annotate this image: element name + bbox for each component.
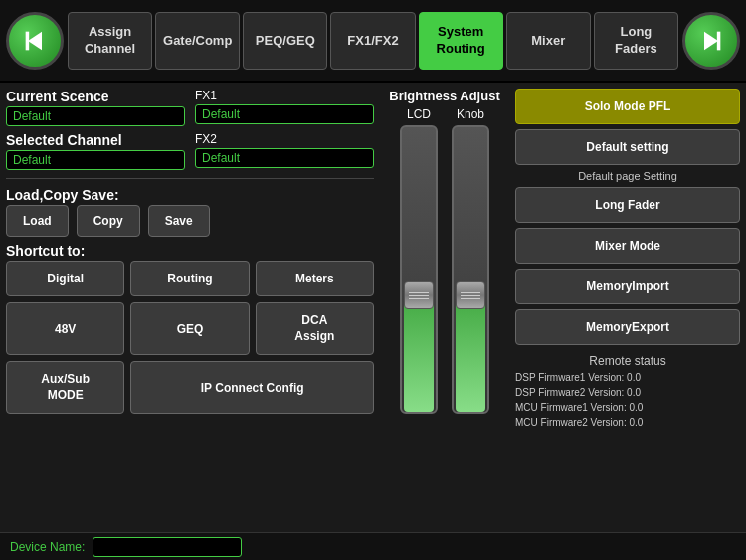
svg-rect-3 bbox=[717, 31, 721, 50]
lcd-label: LCD bbox=[407, 107, 431, 121]
knob-slider-thumb bbox=[456, 281, 485, 309]
dsp-firmware1: DSP Firmware1 Version: 0.0 bbox=[515, 370, 740, 385]
current-scene-section: Current Scence Default FX1 Default bbox=[6, 89, 374, 126]
brightness-panel: Brightness Adjust LCD Knob bbox=[380, 89, 509, 554]
fx2-value: Default bbox=[195, 148, 374, 168]
brightness-title: Brightness Adjust bbox=[389, 89, 499, 103]
main-content: Current Scence Default FX1 Default Selec… bbox=[0, 83, 746, 560]
48v-button[interactable]: 48V bbox=[6, 302, 124, 355]
memory-import-button[interactable]: MemoryImport bbox=[515, 269, 740, 304]
knob-slider-group: Knob bbox=[452, 107, 489, 414]
selected-channel-value: Default bbox=[6, 150, 185, 170]
memory-export-button[interactable]: MemoryExport bbox=[515, 309, 740, 345]
bottom-bar: Device Name: bbox=[0, 532, 746, 560]
mcu-firmware1: MCU Firmware1 Version: 0.0 bbox=[515, 400, 740, 415]
lcd-slider-thumb bbox=[404, 281, 434, 309]
tab-fx1-fx2[interactable]: FX1/FX2 bbox=[330, 12, 415, 70]
shortcut-title: Shortcut to: bbox=[6, 243, 374, 259]
ip-connect-config-button[interactable]: IP Connect Config bbox=[130, 361, 374, 414]
default-setting-button[interactable]: Default setting bbox=[515, 129, 740, 165]
tab-peq-geq[interactable]: PEQ/GEQ bbox=[243, 12, 327, 70]
svg-marker-0 bbox=[28, 31, 42, 50]
device-name-input[interactable] bbox=[93, 537, 242, 557]
load-copy-save-row: Load Copy Save bbox=[6, 205, 374, 237]
selected-channel-title: Selected Channel bbox=[6, 132, 185, 148]
copy-button[interactable]: Copy bbox=[77, 205, 140, 237]
load-copy-save-section: Load,Copy Save: Load Copy Save bbox=[6, 187, 374, 237]
mcu-firmware2: MCU Firmware2 Version: 0.0 bbox=[515, 415, 740, 430]
current-scene-group: Current Scence Default bbox=[6, 89, 185, 126]
svg-rect-1 bbox=[26, 31, 30, 50]
shortcut-grid: Digital Routing Meters 48V GEQ DCA Assig… bbox=[6, 261, 374, 414]
dsp-firmware2: DSP Firmware2 Version: 0.0 bbox=[515, 385, 740, 400]
divider-1 bbox=[6, 178, 374, 179]
fx2-group: FX2 Default bbox=[195, 132, 374, 168]
mixer-mode-button[interactable]: Mixer Mode bbox=[515, 228, 740, 264]
fx1-label: FX1 bbox=[195, 89, 374, 102]
dca-assign-button[interactable]: DCA Assign bbox=[256, 302, 374, 355]
knob-slider[interactable] bbox=[452, 125, 489, 414]
device-name-label: Device Name: bbox=[10, 540, 85, 554]
lcd-slider-group: LCD bbox=[400, 107, 438, 414]
lcd-slider[interactable] bbox=[400, 125, 438, 414]
tab-long-faders[interactable]: Long Faders bbox=[594, 12, 678, 70]
long-fader-button[interactable]: Long Fader bbox=[515, 187, 740, 223]
tab-gate-comp[interactable]: Gate/Comp bbox=[155, 12, 240, 70]
svg-marker-2 bbox=[704, 31, 718, 50]
shortcut-section: Shortcut to: Digital Routing Meters 48V … bbox=[6, 243, 374, 414]
geq-button[interactable]: GEQ bbox=[130, 302, 249, 355]
top-bar: Assign Channel Gate/Comp PEQ/GEQ FX1/FX2… bbox=[0, 0, 746, 83]
fx1-value: Default bbox=[195, 104, 374, 124]
default-page-setting-label: Default page Setting bbox=[515, 170, 740, 182]
remote-status-section: Remote status DSP Firmware1 Version: 0.0… bbox=[515, 354, 740, 430]
current-scene-title: Current Scence bbox=[6, 89, 185, 104]
save-button[interactable]: Save bbox=[148, 205, 210, 237]
tab-assign-channel[interactable]: Assign Channel bbox=[68, 12, 152, 70]
play-left-button[interactable] bbox=[6, 12, 64, 70]
load-copy-save-title: Load,Copy Save: bbox=[6, 187, 374, 203]
fx2-label: FX2 bbox=[195, 132, 374, 146]
nav-tabs: Assign Channel Gate/Comp PEQ/GEQ FX1/FX2… bbox=[68, 12, 678, 70]
current-scene-value: Default bbox=[6, 106, 185, 126]
selected-channel-group: Selected Channel Default bbox=[6, 132, 185, 170]
selected-channel-section: Selected Channel Default FX2 Default bbox=[6, 132, 374, 170]
firmware-list: DSP Firmware1 Version: 0.0 DSP Firmware2… bbox=[515, 370, 740, 430]
lcd-slider-fill bbox=[404, 298, 434, 412]
routing-button[interactable]: Routing bbox=[130, 261, 249, 296]
remote-status-title: Remote status bbox=[515, 354, 740, 368]
knob-slider-fill bbox=[456, 298, 485, 412]
solo-mode-pfl-button[interactable]: Solo Mode PFL bbox=[515, 89, 740, 124]
knob-label: Knob bbox=[457, 107, 484, 121]
tab-system-routing[interactable]: System Routing bbox=[419, 12, 503, 70]
tab-mixer[interactable]: Mixer bbox=[506, 12, 591, 70]
meters-button[interactable]: Meters bbox=[256, 261, 374, 296]
right-panel: Solo Mode PFL Default setting Default pa… bbox=[515, 89, 740, 554]
play-right-button[interactable] bbox=[682, 12, 740, 70]
load-button[interactable]: Load bbox=[6, 205, 69, 237]
sliders-row: LCD Knob bbox=[400, 107, 489, 414]
fx1-group: FX1 Default bbox=[195, 89, 374, 124]
left-panel: Current Scence Default FX1 Default Selec… bbox=[6, 89, 374, 554]
aux-sub-mode-button[interactable]: Aux/Sub MODE bbox=[6, 361, 124, 414]
digital-button[interactable]: Digital bbox=[6, 261, 124, 296]
